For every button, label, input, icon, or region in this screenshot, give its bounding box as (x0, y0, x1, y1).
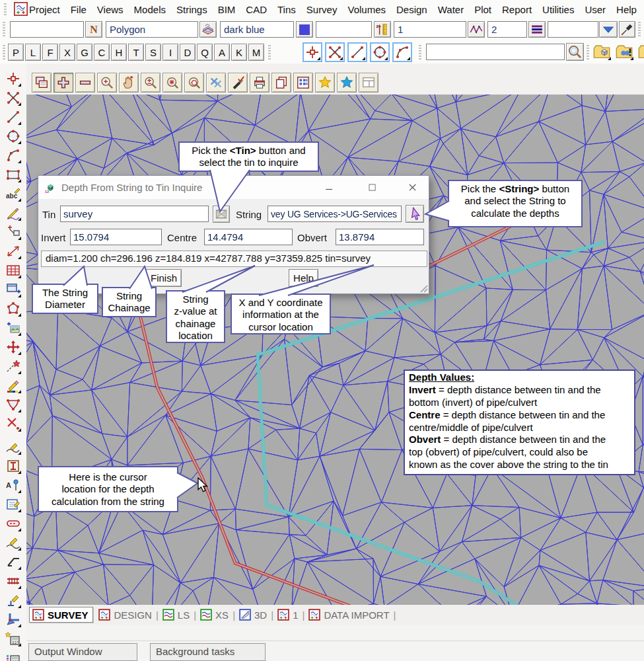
linestyle-button[interactable] (528, 21, 546, 38)
menu-plot[interactable]: Plot (474, 4, 491, 15)
measure-button[interactable] (5, 243, 22, 260)
help-button[interactable]: Help (289, 269, 318, 287)
pipe-corner-button[interactable] (5, 611, 22, 628)
maximize-button[interactable] (365, 181, 380, 194)
remove-view-button[interactable] (75, 73, 95, 93)
redraw-button[interactable] (228, 73, 248, 93)
string-pick-button[interactable] (406, 205, 424, 223)
menu-report[interactable]: Report (502, 4, 532, 15)
pencil-wave-button[interactable] (5, 534, 22, 551)
centre-field[interactable] (204, 229, 293, 245)
translate-button[interactable] (5, 338, 22, 356)
size-field[interactable] (487, 21, 527, 38)
name-field[interactable] (10, 21, 84, 38)
eyedropper-button[interactable] (619, 21, 635, 38)
menu-tins[interactable]: Tins (277, 4, 296, 15)
dropdown-button[interactable] (599, 21, 618, 38)
snap-letter-g[interactable]: G (77, 44, 92, 61)
road-plan-button[interactable] (5, 515, 22, 532)
polygon-clip-button[interactable] (5, 396, 22, 413)
tin-field[interactable] (60, 206, 209, 222)
snap-letter-a[interactable]: A (214, 44, 230, 61)
tab-1[interactable]: 1 (277, 609, 298, 621)
multicolor-pencil-button[interactable] (5, 377, 22, 394)
line-create-button[interactable] (5, 108, 22, 126)
tab-3d[interactable]: 3D (239, 609, 267, 621)
toolbar-grip[interactable] (587, 45, 589, 59)
close-button[interactable] (406, 181, 420, 194)
search-button[interactable] (566, 43, 584, 61)
pan-button[interactable] (119, 73, 139, 93)
node-create-button[interactable] (5, 89, 22, 106)
text-create-button[interactable]: abc (5, 185, 22, 202)
snap-letter-l[interactable]: L (25, 44, 41, 61)
tab-data-import[interactable]: DATA IMPORT (308, 609, 389, 621)
tinable-field[interactable] (548, 21, 598, 38)
snap-letter-k[interactable]: K (231, 44, 247, 61)
menu-bim[interactable]: BIM (218, 4, 236, 15)
plot-view-button[interactable] (250, 73, 269, 93)
add-view-button[interactable] (54, 73, 73, 93)
rectangle-create-button[interactable] (5, 166, 22, 183)
menu-design[interactable]: Design (396, 4, 427, 15)
zoom-scale-button[interactable] (141, 73, 161, 93)
toolbar-grip[interactable] (3, 45, 5, 59)
menu-strings[interactable]: Strings (176, 4, 207, 15)
snap-letter-f[interactable]: F (42, 44, 58, 61)
string-field[interactable] (268, 206, 402, 222)
window-copy-button[interactable] (5, 281, 22, 298)
tab-xs[interactable]: XS (200, 609, 229, 621)
grid-view-button[interactable] (293, 73, 313, 93)
tin-pick-button[interactable] (213, 206, 230, 223)
tab-design[interactable]: DESIGN (98, 609, 152, 621)
delete-x-button[interactable] (5, 415, 22, 432)
menu-project[interactable]: Project (29, 4, 60, 15)
snap-letter-d[interactable]: D (180, 44, 196, 61)
snap-letter-m[interactable]: M (248, 44, 264, 61)
snap-letter-i[interactable]: I (162, 44, 178, 61)
toolbar-grip[interactable] (419, 45, 421, 59)
copy-view-button[interactable] (271, 73, 291, 93)
tin-layers-button[interactable] (199, 21, 217, 38)
folder-warning-icon[interactable] (614, 42, 634, 61)
folder-model-icon[interactable] (592, 42, 612, 61)
star-dash-button[interactable] (5, 358, 22, 375)
justify-field[interactable] (316, 21, 372, 38)
minimize-button[interactable] (322, 181, 337, 194)
breakline-button[interactable] (468, 21, 485, 38)
menu-utilities[interactable]: Utilities (542, 4, 574, 15)
menu-user[interactable]: User (585, 4, 606, 15)
snap-letter-c[interactable]: C (94, 44, 110, 61)
app-icon[interactable] (14, 2, 28, 16)
point-snap-button[interactable] (303, 42, 322, 62)
menu-water[interactable]: Water (438, 4, 464, 15)
zoom-previous-button[interactable] (184, 73, 204, 93)
toolbar-grip[interactable] (268, 45, 271, 59)
polygon-create-button[interactable] (5, 300, 22, 317)
save-view-button[interactable] (32, 73, 52, 93)
favourites-blue-star-button[interactable] (337, 73, 357, 93)
pencil-t-button[interactable] (5, 592, 22, 609)
finish-button[interactable]: Finish (146, 269, 182, 287)
toolbar-grip[interactable] (4, 3, 7, 15)
freehand-pencil-button[interactable] (5, 438, 22, 455)
tab-survey[interactable]: SURVEY (29, 607, 93, 623)
circle-snap-button[interactable] (370, 42, 390, 62)
delete-view-button[interactable] (206, 73, 226, 93)
circle-create-button[interactable] (5, 128, 22, 145)
point-create-button[interactable] (5, 70, 22, 87)
label-pin-button[interactable]: A (5, 477, 22, 494)
search-input[interactable] (426, 44, 565, 60)
z-ruler-button[interactable]: z (374, 21, 391, 38)
pencil-button[interactable] (5, 204, 22, 221)
colour-field[interactable] (220, 21, 294, 38)
grid-create-button[interactable] (5, 262, 22, 279)
output-window-panel[interactable]: Output Window (28, 643, 137, 661)
background-tasks-panel[interactable]: Background tasks (150, 643, 266, 661)
snap-letter-q[interactable]: Q (197, 44, 213, 61)
snap-letter-p[interactable]: P (8, 44, 24, 61)
weight-field[interactable] (394, 21, 466, 38)
window-layout-button[interactable] (359, 73, 378, 93)
snap-letter-t[interactable]: T (128, 44, 144, 61)
menu-cad[interactable]: CAD (246, 4, 267, 15)
